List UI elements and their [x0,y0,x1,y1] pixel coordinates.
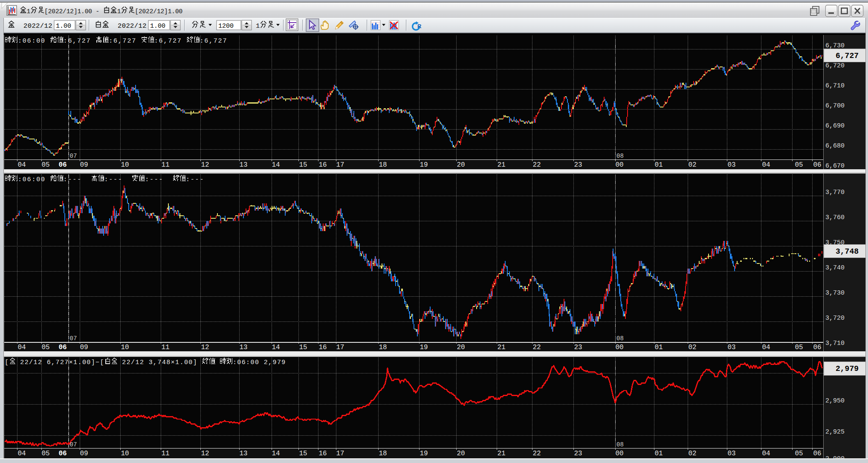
svg-text:22: 22 [532,344,541,351]
svg-text::---: :--- [186,176,204,183]
svg-text:05: 05 [795,161,803,169]
svg-text:6,727: 6,727 [836,52,859,60]
svg-text:06: 06 [58,450,67,457]
svg-text::06:00 2,979: :06:00 2,979 [233,359,286,366]
svg-text:6,710: 6,710 [825,82,845,90]
svg-text::6,727: :6,727 [154,38,187,45]
svg-text:19: 19 [420,450,428,457]
svg-text::---: :--- [145,176,173,183]
svg-text:3,760: 3,760 [825,214,845,221]
svg-text::06:00: :06:00 [18,38,50,45]
svg-text:11: 11 [161,161,169,169]
svg-text:06: 06 [813,450,821,457]
svg-text:04: 04 [762,161,770,169]
svg-text:22: 22 [532,161,541,169]
svg-text:1200: 1200 [218,23,234,30]
svg-text:14: 14 [272,450,280,457]
svg-text:15: 15 [299,161,307,169]
svg-text::06:00: :06:00 [18,176,50,183]
svg-text:04: 04 [17,344,26,351]
svg-text:2,979: 2,979 [836,365,859,373]
svg-text:21: 21 [497,450,505,457]
svg-text:07: 07 [70,441,77,448]
svg-text:02: 02 [688,161,696,169]
svg-text:12: 12 [201,450,209,457]
svg-text:03: 03 [727,450,735,457]
svg-text:10: 10 [121,450,129,457]
svg-text:07: 07 [70,153,77,159]
svg-text:3,748: 3,748 [836,247,859,256]
svg-text:19: 19 [420,161,428,169]
svg-text:21: 21 [497,344,505,351]
svg-text:03: 03 [727,344,735,351]
svg-text:6,690: 6,690 [825,122,845,130]
svg-text:10: 10 [121,344,129,351]
svg-text:1.00: 1.00 [150,23,165,30]
svg-text:17: 17 [336,450,344,457]
svg-text:06: 06 [813,161,821,169]
svg-text:10: 10 [121,161,129,169]
svg-text:02: 02 [688,450,696,457]
svg-text:15: 15 [299,450,307,457]
svg-text:12: 12 [201,161,209,169]
svg-text:11: 11 [161,344,169,351]
svg-text:01: 01 [654,344,663,351]
svg-text:07: 07 [70,335,77,342]
svg-text:02: 02 [688,344,696,351]
svg-text:19: 19 [420,344,428,351]
svg-text::---: :--- [104,176,132,183]
svg-text:12: 12 [201,344,209,351]
svg-text:22: 22 [532,450,541,457]
svg-text:09: 09 [80,450,88,457]
svg-text:14: 14 [272,161,280,169]
svg-text:00: 00 [615,161,623,169]
svg-text:13: 13 [239,344,247,351]
svg-text:00: 00 [615,344,623,351]
svg-text:3,720: 3,720 [825,315,845,322]
svg-text:16: 16 [318,450,327,457]
svg-text:05: 05 [41,161,49,169]
svg-text:18: 18 [379,161,387,169]
svg-text:20: 20 [457,450,465,457]
svg-text:04: 04 [762,450,770,457]
svg-text:23: 23 [574,344,582,351]
svg-text:06: 06 [58,344,67,351]
svg-text:3,770: 3,770 [825,189,845,196]
svg-text:04: 04 [17,161,26,169]
svg-text:16: 16 [318,161,327,169]
svg-text:01: 01 [654,161,663,169]
svg-text:11: 11 [161,450,169,457]
svg-text:13: 13 [239,450,247,457]
svg-text:1.00: 1.00 [56,23,71,30]
svg-text:15: 15 [299,344,307,351]
svg-text::6,727: :6,727 [64,38,96,45]
svg-text:06: 06 [813,344,821,351]
svg-text:18: 18 [379,450,387,457]
svg-text:2022/12: 2022/12 [23,22,52,30]
svg-text:23: 23 [574,450,582,457]
svg-text:20: 20 [457,161,465,169]
svg-text::6,727: :6,727 [109,38,141,45]
svg-text:04: 04 [17,450,26,457]
svg-text:03: 03 [727,161,735,169]
svg-text:22/12 6,727×1.00]−[: 22/12 6,727×1.00]−[ [16,359,104,366]
svg-text:14: 14 [272,344,280,351]
svg-text:6,730: 6,730 [825,42,845,49]
svg-text:08: 08 [616,335,624,342]
svg-text:17: 17 [336,344,344,351]
svg-text:1: 1 [256,22,260,30]
svg-text:[: [ [5,359,9,366]
svg-text:08: 08 [616,441,624,448]
svg-text:3,740: 3,740 [825,264,845,272]
svg-text:16: 16 [318,344,327,351]
svg-text::6,727: :6,727 [200,38,227,45]
svg-text:6,670: 6,670 [825,162,845,170]
svg-text:13: 13 [239,161,247,169]
svg-text:R: R [417,23,422,29]
svg-text:05: 05 [41,450,49,457]
svg-text:18: 18 [379,344,387,351]
svg-text:2022/12: 2022/12 [118,22,147,30]
svg-text:17: 17 [336,161,344,169]
svg-text:05: 05 [795,344,803,351]
svg-text:22/12 3,748×1.00]: 22/12 3,748×1.00] [118,359,202,366]
